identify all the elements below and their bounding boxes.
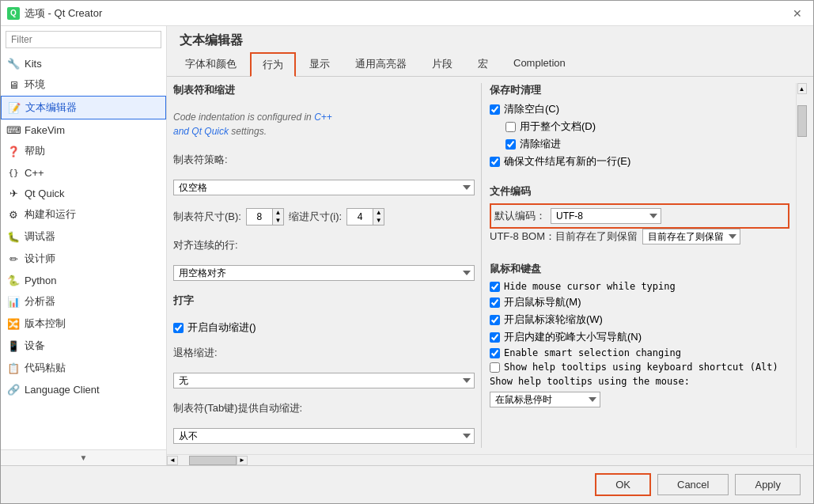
auto-indent-label: 开启自动缩进() xyxy=(187,320,256,335)
sidebar-label-build-run: 构建和运行 xyxy=(25,207,76,222)
window-title: 选项 - Qt Creator xyxy=(25,6,102,21)
tab-size-input[interactable] xyxy=(247,210,272,223)
indent-size-label: 缩进尺寸(i): xyxy=(289,210,342,224)
smart-sel-row: Enable smart selection changing xyxy=(490,347,789,358)
tab-completion[interactable]: Completion xyxy=(502,52,577,77)
fakevim-icon: ⌨ xyxy=(7,123,20,136)
scroll-left-arrow[interactable]: ◄ xyxy=(167,456,178,465)
align-cont-select[interactable]: 用空格对齐 xyxy=(173,265,475,281)
environment-icon: 🖥 xyxy=(7,78,20,91)
indent-size-up[interactable]: ▲ xyxy=(373,209,384,217)
help-tooltip-mouse-select[interactable]: 在鼠标悬停时 xyxy=(490,392,600,407)
sidebar-item-build-run[interactable]: ⚙ 构建和运行 xyxy=(1,203,166,225)
sidebar-item-language-client[interactable]: 🔗 Language Client xyxy=(1,379,166,400)
backspace-indent-row: 退格缩进: xyxy=(173,346,475,360)
utf8-bom-row: UTF-8 BOM：目前存在了则保留 目前存在了则保留 xyxy=(490,229,789,244)
sidebar-label-fakevim: FakeVim xyxy=(25,124,65,136)
scroll-up-arrow[interactable]: ▲ xyxy=(797,83,807,94)
tab-policy-select-row: 仅空格 xyxy=(173,180,475,195)
typing-section-title: 打字 xyxy=(173,294,475,308)
sidebar-item-cpp[interactable]: {} C++ xyxy=(1,162,166,183)
sidebar-item-qt-quick[interactable]: ✈ Qt Quick xyxy=(1,183,166,203)
sidebar-item-kits[interactable]: 🔧 Kits xyxy=(1,53,166,74)
tab-policy-select[interactable]: 仅空格 xyxy=(173,180,475,195)
tab-auto-indent-select-row: 从不 xyxy=(173,428,475,444)
tab-auto-indent-label: 制表符(Tab键)提供自动缩进: xyxy=(173,401,302,415)
tab-display[interactable]: 显示 xyxy=(297,52,342,77)
clean-indent-label: 清除缩进 xyxy=(520,137,561,151)
ok-button[interactable]: OK xyxy=(595,473,651,496)
scroll-zoom-label: 开启鼠标滚轮缩放(W) xyxy=(504,313,603,327)
sidebar-label-text-editor: 文本编辑器 xyxy=(25,100,77,115)
help-tooltip-mouse-label-row: Show help tooltips using the mouse: xyxy=(490,376,789,387)
sidebar-label-python: Python xyxy=(25,275,56,286)
cancel-button[interactable]: Cancel xyxy=(657,474,729,495)
ensure-newline-checkbox[interactable] xyxy=(490,157,500,167)
utf8-bom-select[interactable]: 目前存在了则保留 xyxy=(642,229,740,244)
designer-icon: ✏ xyxy=(7,252,20,265)
mouse-nav-row: 开启鼠标导航(M) xyxy=(490,295,789,309)
auto-indent-checkbox[interactable] xyxy=(173,323,184,333)
sidebar-item-designer[interactable]: ✏ 设计师 xyxy=(1,248,166,270)
backspace-indent-select[interactable]: 无 xyxy=(173,373,475,388)
clean-indent-row: 清除缩进 xyxy=(490,137,789,151)
sidebar-label-version-control: 版本控制 xyxy=(25,316,66,331)
scroll-thumb[interactable] xyxy=(797,105,807,137)
sidebar-item-code-paste[interactable]: 📋 代码粘贴 xyxy=(1,357,166,379)
sidebar-item-fakevim[interactable]: ⌨ FakeVim xyxy=(1,119,166,140)
sidebar-label-cpp: C++ xyxy=(25,167,44,179)
sidebar-item-environment[interactable]: 🖥 环境 xyxy=(1,74,166,96)
sidebar-scroll-down[interactable]: ▼ xyxy=(1,449,166,465)
sidebar-label-qt-quick: Qt Quick xyxy=(25,188,65,199)
mouse-nav-checkbox[interactable] xyxy=(490,297,500,308)
sidebar-item-analyzer[interactable]: 📊 分析器 xyxy=(1,290,166,313)
camel-nav-checkbox[interactable] xyxy=(490,332,500,343)
filter-input[interactable] xyxy=(6,31,161,48)
auto-indent-row: 开启自动缩进() xyxy=(173,320,475,335)
sidebar-item-devices[interactable]: 📱 设备 xyxy=(1,335,166,357)
default-encoding-select[interactable]: UTF-8 xyxy=(551,208,661,224)
app-icon: Q xyxy=(7,7,20,20)
sidebar-item-debugger[interactable]: 🐛 调试器 xyxy=(1,225,166,248)
sidebar-item-text-editor[interactable]: 📝 文本编辑器 xyxy=(1,96,166,119)
backspace-indent-select-row: 无 xyxy=(173,373,475,388)
sidebar-item-help[interactable]: ❓ 帮助 xyxy=(1,140,166,162)
entire-doc-checkbox[interactable] xyxy=(505,122,516,132)
hide-cursor-checkbox[interactable] xyxy=(490,282,500,292)
scroll-right-arrow[interactable]: ► xyxy=(237,456,248,465)
indent-size-spinbox: ▲ ▼ xyxy=(346,208,384,225)
help-tooltip-kbd-checkbox[interactable] xyxy=(490,362,500,373)
clean-whitespace-checkbox[interactable] xyxy=(490,104,500,115)
smart-sel-checkbox[interactable] xyxy=(490,348,500,358)
sidebar-label-code-paste: 代码粘贴 xyxy=(25,361,66,375)
text-editor-icon: 📝 xyxy=(8,101,21,114)
sidebar-label-kits: Kits xyxy=(25,58,42,70)
main-content: 🔧 Kits 🖥 环境 📝 文本编辑器 ⌨ FakeVim xyxy=(1,26,813,465)
close-button[interactable]: ✕ xyxy=(788,4,807,23)
sidebar-item-version-control[interactable]: 🔀 版本控制 xyxy=(1,313,166,335)
indent-size-input[interactable] xyxy=(347,210,373,223)
cpp-link[interactable]: C++ xyxy=(314,112,332,123)
tab-size-spinbox: ▲ ▼ xyxy=(246,208,284,225)
apply-button[interactable]: Apply xyxy=(735,474,801,495)
tab-behavior[interactable]: 行为 xyxy=(250,52,296,77)
tab-generic-highlight[interactable]: 通用高亮器 xyxy=(343,52,418,77)
tab-auto-indent-select[interactable]: 从不 xyxy=(173,428,475,444)
scroll-zoom-checkbox[interactable] xyxy=(490,315,500,325)
sidebar-item-python[interactable]: 🐍 Python xyxy=(1,270,166,290)
sizes-row: 制表符尺寸(B): ▲ ▼ 缩进尺寸(i): ▲ xyxy=(173,208,475,225)
tab-snippets[interactable]: 片段 xyxy=(420,52,464,77)
tab-font-color[interactable]: 字体和颜色 xyxy=(173,52,248,77)
file-encoding-section: 文件编码 默认编码： UTF-8 UTF-8 BOM：目前存在了则保留 xyxy=(490,184,789,249)
right-scrollbar: ▲ xyxy=(796,83,807,448)
dialog-window: Q 选项 - Qt Creator ✕ 🔧 Kits 🖥 环境 xyxy=(0,0,814,504)
mouse-keyboard-section: 鼠标和键盘 Hide mouse cursor while typing 开启鼠… xyxy=(490,262,789,412)
tab-size-down[interactable]: ▼ xyxy=(272,217,283,225)
clean-indent-checkbox[interactable] xyxy=(505,139,516,150)
tab-macros[interactable]: 宏 xyxy=(466,52,500,77)
indent-size-down[interactable]: ▼ xyxy=(373,217,384,225)
qt-quick-link[interactable]: and Qt Quick xyxy=(173,126,229,137)
scroll-h-thumb[interactable] xyxy=(189,456,237,465)
encoding-row: 默认编码： UTF-8 xyxy=(494,208,785,224)
tab-size-up[interactable]: ▲ xyxy=(272,209,283,217)
